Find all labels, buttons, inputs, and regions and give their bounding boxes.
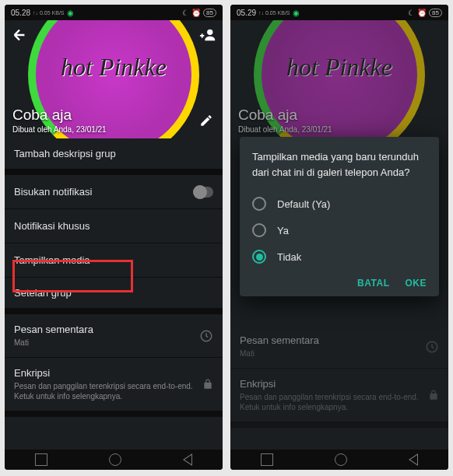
settings-list: Tambah deskripsi grup Bisukan notifikasi… (5, 138, 223, 450)
back-nav-button[interactable] (409, 453, 418, 466)
status-signal: ↑↓ 0.05 KB/S (258, 10, 290, 16)
svg-point-0 (207, 30, 212, 35)
media-visibility-row[interactable]: Tampilkan media (5, 243, 223, 278)
alarm-icon: ⏰ (191, 9, 201, 17)
mute-toggle[interactable] (193, 187, 213, 198)
media-visibility-dialog: Tampilkan media yang baru terunduh dari … (240, 137, 439, 296)
add-member-button[interactable] (199, 26, 216, 47)
phone-screen-right: 05.29 ↑↓ 0.05 KB/S ◉ ☾ ⏰ 85 hot Pinkke C… (230, 5, 448, 470)
navigation-bar (5, 450, 223, 470)
group-subtitle: Dibuat oleh Anda, 23/01/21 (12, 125, 107, 134)
recents-button[interactable] (261, 453, 273, 466)
group-settings-row[interactable]: Setelan grup (5, 278, 223, 314)
lock-icon (428, 390, 439, 401)
home-button[interactable] (335, 453, 347, 466)
radio-icon (252, 197, 266, 211)
lock-icon (202, 379, 213, 390)
disappearing-messages-row[interactable]: Pesan sementara Mati (5, 314, 223, 358)
whatsapp-icon: ◉ (293, 9, 300, 17)
battery-indicator: 85 (429, 9, 442, 17)
whatsapp-icon: ◉ (67, 9, 74, 17)
encryption-row[interactable]: Enkripsi Pesan dan panggilan terenkripsi… (5, 358, 223, 417)
cancel-button[interactable]: BATAL (357, 278, 389, 289)
alarm-icon: ⏰ (417, 9, 427, 17)
encryption-row[interactable]: Enkripsi Pesan dan panggilan terenkripsi… (230, 369, 448, 428)
ok-button[interactable]: OKE (405, 278, 427, 289)
status-signal: ↑↓ 0.05 KB/S (33, 10, 64, 16)
timer-icon (425, 340, 439, 354)
disappearing-messages-row[interactable]: Pesan sementara Mati (230, 325, 448, 369)
edit-button[interactable] (199, 114, 213, 131)
custom-notifications-row[interactable]: Notifikasi khusus (5, 209, 223, 243)
radio-option-yes[interactable]: Ya (252, 217, 427, 243)
group-header: hot Pinkke Coba aja Dibuat oleh Anda, 23… (5, 20, 223, 138)
back-nav-button[interactable] (183, 453, 192, 466)
status-bar: 05.28 ↑↓ 0.05 KB/S ◉ ☾ ⏰ 85 (5, 5, 223, 20)
battery-indicator: 85 (203, 9, 216, 17)
group-image-text: hot Pinkke (286, 53, 392, 82)
status-time: 05.29 (237, 9, 256, 17)
navigation-bar (230, 450, 448, 470)
status-bar: 05.29 ↑↓ 0.05 KB/S ◉ ☾ ⏰ 85 (230, 5, 448, 20)
moon-icon: ☾ (408, 9, 415, 17)
status-time: 05.28 (11, 9, 30, 17)
back-button[interactable] (11, 26, 28, 47)
group-subtitle: Dibuat oleh Anda, 23/01/21 (238, 125, 332, 134)
group-image-text: hot Pinkke (61, 53, 167, 82)
mute-notifications-row[interactable]: Bisukan notifikasi (5, 175, 223, 209)
recents-button[interactable] (35, 453, 47, 466)
radio-icon-selected (252, 250, 266, 264)
radio-icon (252, 223, 266, 237)
radio-option-no[interactable]: Tidak (252, 243, 427, 270)
moon-icon: ☾ (182, 9, 189, 17)
phone-screen-left: 05.28 ↑↓ 0.05 KB/S ◉ ☾ ⏰ 85 hot Pinkke C… (5, 5, 223, 470)
timer-icon (199, 329, 213, 343)
dialog-title: Tampilkan media yang baru terunduh dari … (252, 149, 427, 180)
add-description-row[interactable]: Tambah deskripsi grup (5, 138, 223, 175)
group-title: Coba aja (238, 107, 332, 124)
group-title: Coba aja (12, 107, 107, 124)
group-header: hot Pinkke Coba aja Dibuat oleh Anda, 23… (230, 20, 448, 138)
home-button[interactable] (109, 453, 121, 466)
radio-option-default[interactable]: Default (Ya) (252, 191, 427, 217)
